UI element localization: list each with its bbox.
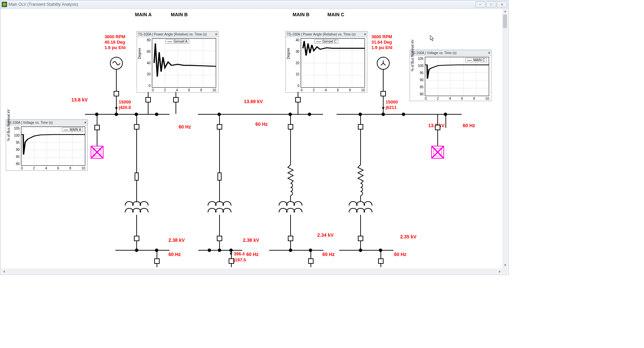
transformer-icon: [208, 201, 231, 215]
bus-a-hz: 60 Hz: [179, 124, 191, 130]
resize-grip[interactable]: [502, 269, 508, 274]
bus-a-kv: 13.8 kV: [71, 97, 88, 102]
fuse-icon: [135, 172, 139, 181]
close-button[interactable]: ✕: [497, 1, 507, 7]
plot-power-angle-c[interactable]: TS-100A | Power Angle (Relative) vs. Tim…: [285, 31, 367, 93]
breaker-icon: [295, 97, 301, 102]
lv3-hz: 60 Hz: [322, 252, 335, 257]
titlebar[interactable]: Main OLV (Transient Stability Analysis) …: [0, 0, 508, 9]
close-icon[interactable]: ×: [364, 32, 366, 36]
bus-b-hz: 60 Hz: [255, 121, 268, 127]
gen-a-flow1: 15000: [119, 100, 131, 105]
breaker-icon: [217, 236, 222, 241]
vertical-scrollbar[interactable]: ▴ ▾: [502, 9, 508, 269]
transformer-icon: [279, 201, 302, 215]
gen-c-efd: 1.9 pu Efd: [371, 45, 392, 50]
plot-voltage-a[interactable]: TS-100A | Voltage vs. Time (s)× % of Bus…: [6, 119, 88, 171]
app-window: Main OLV (Transient Stability Analysis) …: [0, 0, 509, 275]
lv2-fa: 396.4: [234, 252, 245, 257]
label-main-b1: MAIN B: [171, 12, 188, 17]
gen-a-rpm: 3600 RPM: [105, 34, 125, 40]
arrow-down-icon: [230, 253, 232, 255]
label-main-a: MAIN A: [135, 12, 152, 17]
gen-c-rpm: 3600 RPM: [371, 34, 392, 40]
breaker-icon: [114, 91, 119, 96]
label-main-c: MAIN C: [327, 12, 344, 17]
plot-title: TS-100A | Power Angle (Relative) vs. Tim…: [138, 32, 207, 36]
breaker-icon: [229, 258, 234, 264]
breaker-icon: [358, 124, 363, 130]
app-icon: [2, 2, 7, 7]
transformer-icon: [349, 201, 372, 215]
close-icon[interactable]: ×: [488, 51, 490, 55]
load-icon: [91, 146, 104, 159]
breaker-icon: [217, 124, 222, 130]
cursor-icon: [430, 35, 435, 42]
bus-b-kv: 13.69 kV: [244, 99, 263, 104]
lv1-hz: 60 Hz: [168, 252, 181, 257]
gen-c-deg: 31.64 Deg: [371, 40, 392, 45]
breaker-icon: [378, 258, 384, 264]
bus-b: [198, 114, 323, 115]
minimize-button[interactable]: ─: [475, 1, 485, 7]
lv-bus-4: [339, 250, 393, 251]
plot-title: TS-100A | Voltage vs. Time (s): [7, 121, 53, 124]
diagram-canvas[interactable]: MAIN A MAIN B MAIN B MAIN C 3600 RPM 40.…: [1, 9, 502, 269]
arrow-down-icon: [115, 107, 118, 110]
lv4-hz: 60 Hz: [394, 252, 407, 257]
generator-c-icon: [377, 57, 390, 70]
plot-power-angle-a[interactable]: TS-100A | Power Angle (Relative) vs. Tim…: [137, 31, 218, 93]
fuse-icon: [217, 172, 222, 181]
transformer-icon: [125, 201, 148, 215]
gen-a-flow2: j420.6: [119, 105, 131, 110]
lv-bus-3: [269, 250, 323, 251]
breaker-icon: [358, 236, 363, 241]
breaker-icon: [145, 97, 151, 102]
gen-c-flow2: j6211: [386, 105, 397, 110]
plot-voltage-c[interactable]: TS-100A | Voltage vs. Time (s)× % of Bus…: [410, 50, 491, 101]
bus-c: [337, 114, 462, 115]
arrow-down-icon: [382, 107, 385, 110]
close-icon[interactable]: ×: [215, 32, 217, 36]
lv2-kv: 2.38 kV: [243, 237, 259, 243]
lv2-hz: 60 Hz: [246, 252, 259, 257]
lv4-kv: 2.35 kV: [400, 234, 416, 239]
breaker-icon: [435, 125, 440, 130]
breaker-icon: [94, 125, 100, 130]
lv2-fb: j197.5: [234, 258, 246, 263]
breaker-icon: [308, 258, 314, 264]
lv3-kv: 2.34 kV: [317, 232, 334, 238]
close-icon[interactable]: ×: [84, 121, 86, 124]
plot-title: TS-100A | Voltage vs. Time (s): [411, 51, 457, 55]
breaker-icon: [154, 258, 160, 264]
label-main-b2: MAIN B: [293, 12, 309, 17]
breaker-icon: [134, 124, 139, 130]
breaker-icon: [288, 236, 293, 241]
maximize-button[interactable]: □: [486, 1, 496, 7]
horizontal-scrollbar[interactable]: ◂▸: [1, 268, 502, 274]
gen-a-deg: 40.18 Deg: [105, 40, 125, 45]
lv-bus-1: [115, 250, 169, 251]
gen-c-flow1: 15000: [386, 100, 398, 105]
breaker-icon: [134, 236, 139, 241]
gen-a-efd: 1.6 pu Efd: [105, 45, 125, 50]
generator-a-icon: [110, 57, 123, 70]
bus-c-hz: 60 Hz: [463, 123, 475, 128]
load-icon: [431, 146, 444, 159]
plot-title: TS-100A | Power Angle (Relative) vs. Tim…: [287, 32, 355, 36]
breaker-icon: [381, 91, 386, 96]
breaker-icon: [173, 97, 179, 102]
window-title: Main OLV (Transient Stability Analysis): [8, 2, 78, 7]
lv1-kv: 2.38 kV: [168, 237, 185, 243]
breaker-icon: [288, 124, 293, 130]
